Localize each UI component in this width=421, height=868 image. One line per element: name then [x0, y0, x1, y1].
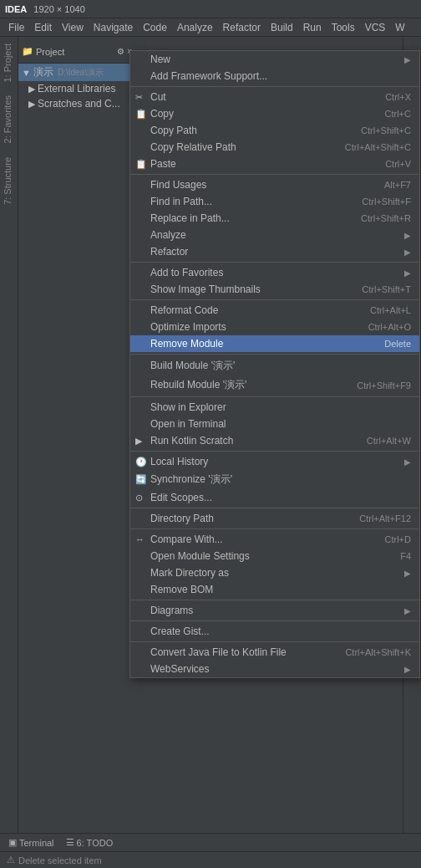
- menu-item-paste[interactable]: 📋PasteCtrl+V: [130, 156, 419, 172]
- find-usages-shortcut: Alt+F7: [384, 180, 411, 190]
- menu-refactor[interactable]: Refactor: [218, 20, 266, 35]
- webservices-arrow-icon: ▶: [404, 665, 411, 674]
- copy-label: Copy: [150, 108, 368, 120]
- convert-java-label: Convert Java File to Kotlin File: [150, 646, 328, 658]
- menu-item-open-terminal[interactable]: Open in Terminal: [130, 416, 419, 432]
- menu-item-analyze[interactable]: Analyze▶: [130, 227, 419, 243]
- menu-item-create-gist[interactable]: Create Gist...: [130, 623, 419, 640]
- menu-separator: [130, 174, 419, 175]
- sidebar-tab-project[interactable]: 1: Project: [0, 37, 18, 89]
- module-icon: ▼: [22, 68, 31, 78]
- cut-icon: ✂: [135, 92, 143, 103]
- compare-with-shortcut: Ctrl+D: [385, 534, 411, 544]
- menu-item-find-usages[interactable]: Find UsagesAlt+F7: [130, 176, 419, 193]
- menu-item-synchronize[interactable]: 🔄Synchronize '演示': [130, 470, 419, 489]
- menu-item-optimize-imports[interactable]: Optimize ImportsCtrl+Alt+O: [130, 319, 419, 335]
- menu-item-replace-in-path[interactable]: Replace in Path...Ctrl+Shift+R: [130, 210, 419, 227]
- local-history-icon: 🕐: [135, 457, 147, 467]
- new-arrow-icon: ▶: [404, 55, 411, 64]
- new-label: New: [150, 54, 401, 65]
- menu-vcs[interactable]: VCS: [360, 20, 391, 35]
- tab-todo[interactable]: ☰ 6: TODO: [61, 835, 119, 850]
- menu-run[interactable]: Run: [298, 20, 327, 35]
- menu-file[interactable]: File: [3, 20, 29, 35]
- tree-item-external-libs[interactable]: ▶ External Libraries: [18, 81, 135, 96]
- menu-window[interactable]: W: [390, 20, 409, 35]
- menu-item-copy-path[interactable]: Copy PathCtrl+Shift+C: [130, 122, 419, 139]
- menu-item-add-framework[interactable]: Add Framework Support...: [130, 68, 419, 84]
- reformat-code-shortcut: Ctrl+Alt+L: [370, 305, 411, 315]
- copy-path-shortcut: Ctrl+Shift+C: [361, 125, 411, 135]
- menu-item-directory-path[interactable]: Directory PathCtrl+Alt+F12: [130, 510, 419, 527]
- synchronize-label: Synchronize '演示': [150, 472, 411, 487]
- menu-item-remove-bom[interactable]: Remove BOM: [130, 581, 419, 598]
- menu-item-show-thumbnails[interactable]: Show Image ThumbnailsCtrl+Shift+T: [130, 281, 419, 298]
- menu-separator: [130, 396, 419, 397]
- context-menu: New▶Add Framework Support...✂CutCtrl+X📋C…: [129, 50, 420, 678]
- create-gist-label: Create Gist...: [150, 625, 411, 637]
- menu-edit[interactable]: Edit: [29, 20, 57, 35]
- menu-item-reformat-code[interactable]: Reformat CodeCtrl+Alt+L: [130, 302, 419, 319]
- remove-bom-label: Remove BOM: [150, 584, 411, 595]
- menu-item-copy[interactable]: 📋CopyCtrl+C: [130, 105, 419, 122]
- menu-separator: [130, 620, 419, 621]
- menu-item-mark-directory[interactable]: Mark Directory as▶: [130, 564, 419, 581]
- menu-item-add-favorites[interactable]: Add to Favorites▶: [130, 264, 419, 281]
- open-module-settings-shortcut: F4: [400, 551, 411, 561]
- sidebar-tab-favorites[interactable]: 2: Favorites: [0, 89, 18, 150]
- build-module-label: Build Module '演示': [150, 359, 411, 373]
- menu-item-diagrams[interactable]: Diagrams▶: [130, 602, 419, 619]
- open-module-settings-label: Open Module Settings: [150, 550, 383, 562]
- tree-item-scratches[interactable]: ▶ Scratches and C...: [18, 96, 135, 111]
- menu-item-open-module-settings[interactable]: Open Module SettingsF4: [130, 548, 419, 564]
- menu-item-rebuild-module[interactable]: Rebuild Module '演示'Ctrl+Shift+F9: [130, 375, 419, 395]
- menu-view[interactable]: View: [57, 20, 89, 35]
- menu-item-find-in-path[interactable]: Find in Path...Ctrl+Shift+F: [130, 193, 419, 210]
- window-title: 1920 × 1040: [33, 4, 84, 14]
- synchronize-icon: 🔄: [135, 474, 147, 485]
- add-framework-label: Add Framework Support...: [150, 70, 411, 82]
- bottom-bar: ▣ Terminal ☰ 6: TODO ⚠ Delete selected i…: [0, 833, 421, 868]
- menu-item-webservices[interactable]: WebServices▶: [130, 661, 419, 677]
- panel-header: 📁 Project ⚙ ×: [18, 40, 135, 64]
- menu-navigate[interactable]: Navigate: [89, 20, 138, 35]
- left-sidebar-tabs: 1: Project 2: Favorites 7: Structure: [0, 37, 18, 850]
- replace-in-path-shortcut: Ctrl+Shift+R: [361, 213, 411, 223]
- menu-item-local-history[interactable]: 🕐Local History▶: [130, 453, 419, 470]
- local-history-arrow-icon: ▶: [404, 457, 411, 467]
- local-history-label: Local History: [150, 456, 401, 467]
- copy-shortcut: Ctrl+C: [385, 109, 411, 119]
- copy-icon: 📋: [135, 109, 147, 120]
- menu-analyze[interactable]: Analyze: [172, 20, 218, 35]
- sidebar-tab-structure[interactable]: 7: Structure: [0, 151, 18, 212]
- menu-build[interactable]: Build: [266, 20, 298, 35]
- menu-item-new[interactable]: New▶: [130, 51, 419, 68]
- edit-scopes-label: Edit Scopes...: [150, 492, 411, 503]
- remove-module-shortcut: Delete: [384, 339, 411, 349]
- show-explorer-label: Show in Explorer: [150, 401, 411, 413]
- rebuild-module-shortcut: Ctrl+Shift+F9: [357, 380, 411, 391]
- open-terminal-label: Open in Terminal: [150, 418, 411, 430]
- warning-icon: ⚠: [7, 855, 15, 865]
- menu-item-refactor[interactable]: Refactor▶: [130, 243, 419, 260]
- menu-item-run-kotlin[interactable]: ▶Run Kotlin ScratchCtrl+Alt+W: [130, 432, 419, 449]
- menu-code[interactable]: Code: [138, 20, 172, 35]
- diagrams-arrow-icon: ▶: [404, 606, 411, 615]
- compare-with-icon: ↔: [135, 534, 145, 544]
- panel-title: Project: [36, 47, 64, 57]
- menu-item-remove-module[interactable]: Remove ModuleDelete: [130, 335, 419, 352]
- menu-item-cut[interactable]: ✂CutCtrl+X: [130, 89, 419, 105]
- menu-item-show-explorer[interactable]: Show in Explorer: [130, 399, 419, 416]
- menu-separator: [130, 262, 419, 263]
- menu-item-compare-with[interactable]: ↔Compare With...Ctrl+D: [130, 531, 419, 548]
- menu-item-convert-java[interactable]: Convert Java File to Kotlin FileCtrl+Alt…: [130, 644, 419, 661]
- title-bar: IDEA 1920 × 1040: [0, 0, 421, 18]
- menu-tools[interactable]: Tools: [327, 20, 360, 35]
- tab-terminal[interactable]: ▣ Terminal: [3, 835, 59, 850]
- mark-directory-arrow-icon: ▶: [404, 569, 411, 578]
- menu-item-edit-scopes[interactable]: ⊙Edit Scopes...: [130, 489, 419, 506]
- menu-item-copy-relative-path[interactable]: Copy Relative PathCtrl+Alt+Shift+C: [130, 139, 419, 156]
- cut-shortcut: Ctrl+X: [385, 92, 411, 102]
- tree-item-module[interactable]: ▼ 演示 D:\Idea\演示: [18, 64, 135, 81]
- menu-item-build-module[interactable]: Build Module '演示': [130, 356, 419, 375]
